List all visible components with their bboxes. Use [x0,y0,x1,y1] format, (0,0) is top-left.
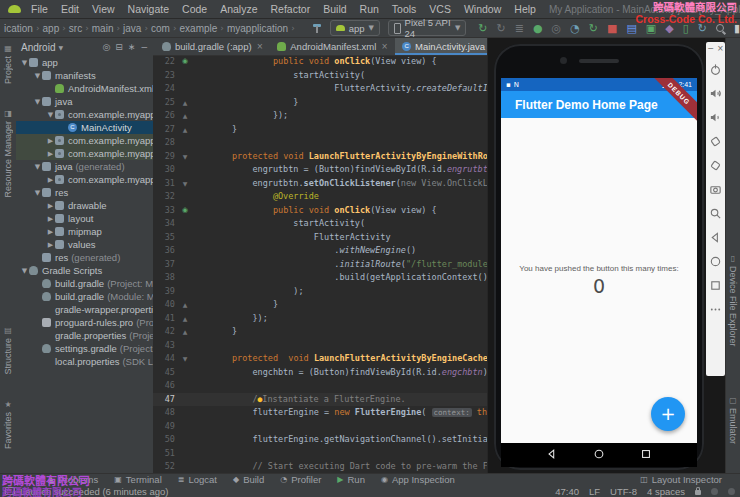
nav-back-button[interactable] [546,446,558,464]
tool-strip-item-emulator[interactable]: ▢Emulator [725,396,740,444]
project-header-action-icon[interactable]: − [140,42,148,52]
profile-app-icon[interactable]: ↻ [589,23,598,34]
debug-icon[interactable]: ● [533,23,543,34]
breadcrumb-item[interactable]: ication [4,23,33,34]
rotate-right-icon[interactable] [708,153,723,177]
tree-expand-icon[interactable]: ▶ [46,241,55,249]
indent-setting[interactable]: 4 spaces [647,486,685,497]
zoom-icon[interactable] [708,201,723,225]
tree-item-com-example-myapplicatio[interactable]: ▶com.example.myapplicatio [16,147,153,160]
nav-home-button[interactable] [593,446,605,464]
project-view-selector[interactable]: Android [21,42,55,53]
breadcrumb-item[interactable]: main [92,23,114,34]
rerun-icon[interactable]: ↻ [478,23,487,34]
tree-item-res[interactable]: ▼res [16,186,153,199]
tree-item-res[interactable]: res (generated) [16,251,153,264]
tree-expand-icon[interactable]: ▶ [46,202,55,210]
stop-icon[interactable]: ■ [607,23,617,34]
breadcrumb-item[interactable]: app [43,23,60,34]
nav-overview-button[interactable] [640,446,652,464]
tool-window-logcat[interactable]: ≣Logcat [178,474,217,485]
editor-tab-build-gradle-app-[interactable]: build.gradle (:app)× [155,38,270,55]
tree-item-values[interactable]: ▶values [16,238,153,251]
close-icon[interactable]: × [717,44,724,53]
tree-expand-icon[interactable]: ▼ [33,98,42,106]
project-header-action-icon[interactable]: ⊟ [115,42,123,52]
line-ending[interactable]: LF [589,486,600,497]
lock-icon[interactable] [695,490,701,495]
tree-expand-icon[interactable]: ▼ [20,59,29,67]
tree-expand-icon[interactable]: ▶ [46,137,55,145]
notifications-icon[interactable]: ▮ [734,23,740,34]
menu-refactor[interactable]: Refactor [271,3,311,15]
attach-debugger-icon[interactable]: ◎ [552,23,562,34]
run-configurations-icon[interactable]: ≣ [515,23,524,34]
sync-project-icon[interactable]: ↻ [698,23,707,34]
tree-expand-icon[interactable]: ▶ [46,228,55,236]
menu-code[interactable]: Code [182,3,207,15]
menu-edit[interactable]: Edit [61,3,79,15]
close-icon[interactable]: × [381,42,388,51]
menu-help[interactable]: Help [514,3,536,15]
power-icon[interactable] [708,57,723,81]
emulator-icon[interactable]: ▣ [646,23,656,34]
breadcrumb-item[interactable]: src [69,23,82,34]
close-icon[interactable]: × [257,42,264,51]
sidebar-item-resource-manager[interactable]: ◨Resource Manager [0,109,16,198]
more-icon[interactable] [708,297,723,321]
menu-vcs[interactable]: VCS [429,3,451,15]
sidebar-item-project[interactable]: ▦Project [0,44,16,84]
camera-icon[interactable] [708,177,723,201]
caret-position[interactable]: 47:40 [555,486,579,497]
tree-expand-icon[interactable]: ▼ [20,267,29,275]
tree-item-manifests[interactable]: ▼manifests [16,69,153,82]
menu-analyze[interactable]: Analyze [220,3,257,15]
editor-tab-androidmanifest-xml[interactable]: AndroidManifest.xml× [270,38,395,55]
tree-item-settings-gradle[interactable]: settings.gradle (Project Setti [16,342,153,355]
run-config-select[interactable]: app ▼ [330,20,380,36]
device-manager-icon[interactable]: ▯ [683,23,689,34]
tree-item-java[interactable]: ▼java (generated) [16,160,153,173]
menu-build[interactable]: Build [323,3,346,15]
tree-expand-icon[interactable]: ▶ [46,215,55,223]
tool-window-run[interactable]: ▶Run [337,474,365,485]
overview-icon[interactable] [708,273,723,297]
tool-strip-item-device-file-explorer[interactable]: ▯Device File Explorer [725,254,740,347]
breadcrumb-item[interactable]: myapplication [227,23,288,34]
tree-item-com-example-myapplicatio[interactable]: ▶com.example.myapplicatio [16,173,153,186]
tree-item-java[interactable]: ▼java [16,95,153,108]
tree-item-build-gradle[interactable]: build.gradle (Project: My_Ap [16,277,153,290]
menu-view[interactable]: View [92,3,115,15]
tool-window-app-inspection[interactable]: ◉App Inspection [381,474,455,485]
tree-item-build-gradle[interactable]: build.gradle (Module: My_Ap [16,290,153,303]
tree-item-mainactivity[interactable]: MainActivity [16,121,153,134]
tree-item-mipmap[interactable]: ▶mipmap [16,225,153,238]
tree-expand-icon[interactable]: ▼ [33,72,42,80]
tool-window-profiler[interactable]: ◔Profiler [280,474,321,485]
menu-navigate[interactable]: Navigate [128,3,169,15]
sdk-manager-icon[interactable]: ◆ [665,23,673,34]
tool-window-layout-inspector[interactable]: ◫Layout Inspector [640,474,740,485]
menu-run[interactable]: Run [360,3,379,15]
search-everywhere-icon[interactable] [716,24,725,33]
apply-changes-icon[interactable]: ↻ [496,23,505,34]
tree-item-com-example-myapplicatio[interactable]: ▼com.example.myapplicatio [16,108,153,121]
tree-item-gradle-wrapper-properties[interactable]: gradle-wrapper.properties (G [16,303,153,316]
build-hammer-icon[interactable] [312,23,322,33]
device-file-explorer-icon[interactable]: ▤ [626,23,636,34]
menu-window[interactable]: Window [464,3,501,15]
tree-item-com-example-myapplicatio[interactable]: ▶com.example.myapplicatio [16,134,153,147]
phone-screen[interactable]: ▪N 2:41 Flutter Demo Home Page You have … [501,78,697,467]
tree-item-drawable[interactable]: ▶drawable [16,199,153,212]
volume-down-icon[interactable] [708,105,723,129]
sidebar-item-structure[interactable]: ▤Structure [0,326,16,375]
fab-add-button[interactable]: + [651,397,685,431]
tree-item-app[interactable]: ▼app [16,56,153,69]
device-select[interactable]: Pixel 5 API 24 ▼ [388,20,466,36]
menu-tools[interactable]: Tools [392,3,417,15]
volume-up-icon[interactable] [708,81,723,105]
tool-window-build[interactable]: ◆Build [233,474,264,485]
tree-expand-icon[interactable]: ▼ [46,111,55,119]
tree-expand-icon[interactable]: ▼ [33,189,42,197]
android-emulator-phone[interactable]: ▪N 2:41 Flutter Demo Home Page You have … [494,44,704,470]
